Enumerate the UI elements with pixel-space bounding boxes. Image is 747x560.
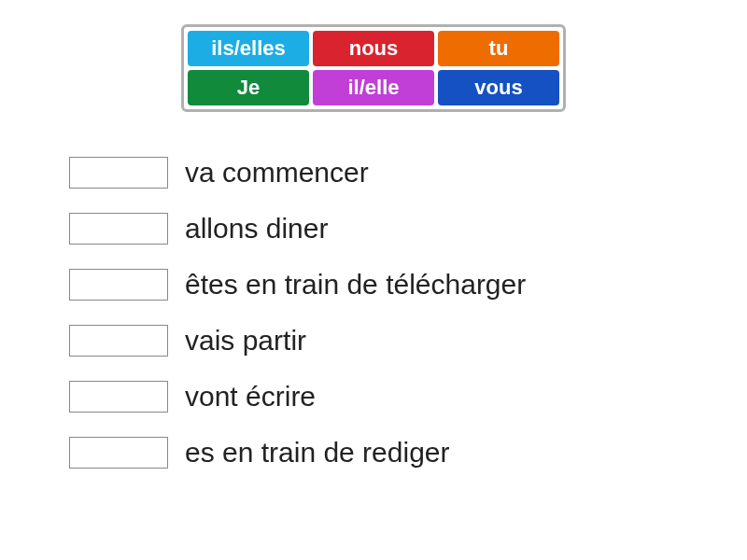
list-item: vais partir <box>69 313 526 369</box>
tile-ils-elles[interactable]: ils/elles <box>188 31 309 66</box>
tile-je[interactable]: Je <box>188 70 309 105</box>
sentence-list: va commencer allons diner êtes en train … <box>69 145 526 481</box>
list-item: es en train de rediger <box>69 425 526 481</box>
tile-bank: ils/elles nous tu Je il/elle vous <box>181 24 566 112</box>
tile-row-top: ils/elles nous tu <box>188 31 559 66</box>
drop-slot-4[interactable] <box>69 381 168 413</box>
phrase-text: allons diner <box>185 215 328 243</box>
phrase-text: vais partir <box>185 327 306 355</box>
tile-tu[interactable]: tu <box>438 31 559 66</box>
tile-il-elle[interactable]: il/elle <box>313 70 434 105</box>
tile-nous[interactable]: nous <box>313 31 434 66</box>
list-item: vont écrire <box>69 369 526 425</box>
list-item: allons diner <box>69 201 526 257</box>
exercise-stage: ils/elles nous tu Je il/elle vous va com… <box>0 0 747 560</box>
phrase-text: va commencer <box>185 159 369 187</box>
tile-row-bottom: Je il/elle vous <box>188 70 559 105</box>
tile-vous[interactable]: vous <box>438 70 559 105</box>
drop-slot-2[interactable] <box>69 269 168 301</box>
phrase-text: vont écrire <box>185 383 316 411</box>
drop-slot-0[interactable] <box>69 157 168 189</box>
phrase-text: êtes en train de télécharger <box>185 271 526 299</box>
list-item: êtes en train de télécharger <box>69 257 526 313</box>
drop-slot-5[interactable] <box>69 437 168 469</box>
list-item: va commencer <box>69 145 526 201</box>
drop-slot-1[interactable] <box>69 213 168 245</box>
drop-slot-3[interactable] <box>69 325 168 357</box>
phrase-text: es en train de rediger <box>185 439 450 467</box>
